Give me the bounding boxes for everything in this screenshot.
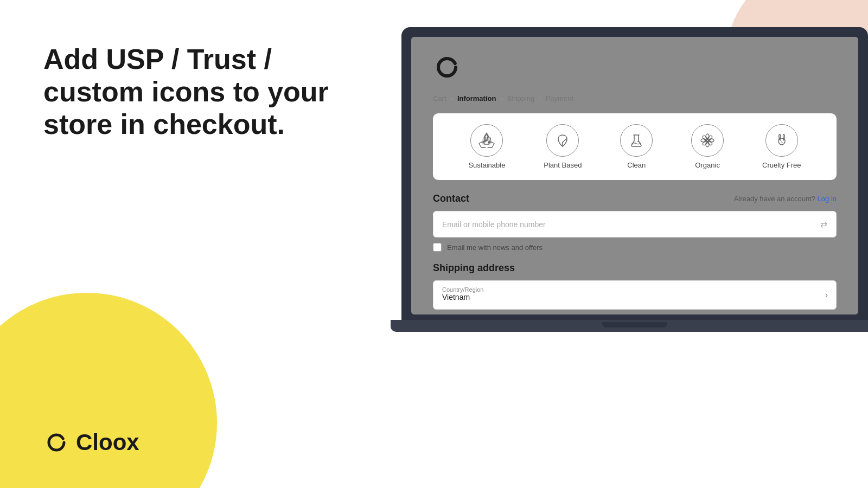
svg-point-1	[637, 141, 639, 142]
breadcrumb-sep-2: ›	[500, 94, 502, 102]
contact-header: Contact Already have an account? Log in	[433, 193, 837, 204]
svg-point-12	[781, 142, 782, 143]
shipping-title: Shipping address	[433, 262, 837, 274]
breadcrumb-cart[interactable]: Cart	[433, 94, 446, 102]
breadcrumb-information[interactable]: Information	[457, 94, 496, 102]
newsletter-label: Email me with news and offers	[447, 243, 542, 252]
brand-logo: Cloox	[43, 429, 336, 455]
flower-icon	[698, 131, 717, 150]
breadcrumb-shipping[interactable]: Shipping	[507, 94, 535, 102]
usp-sustainable-label: Sustainable	[468, 161, 505, 169]
newsletter-checkbox-row[interactable]: Email me with news and offers	[433, 243, 837, 252]
checkout-page: Cart › Information › Shipping › Payment	[411, 37, 858, 314]
flask-icon	[627, 131, 646, 150]
breadcrumb-sep-1: ›	[451, 94, 453, 102]
svg-point-2	[635, 143, 636, 144]
store-logo	[433, 53, 837, 84]
clean-icon-circle	[620, 124, 653, 157]
breadcrumb-sep-3: ›	[539, 94, 541, 102]
usp-organic-label: Organic	[695, 161, 720, 169]
email-field[interactable]: Email or mobile phone number ⇄	[433, 211, 837, 237]
svg-point-13	[780, 140, 781, 141]
laptop-base	[391, 320, 868, 332]
laptop-screen-inner: Cart › Information › Shipping › Payment	[411, 37, 858, 314]
cruelty-free-icon-circle	[765, 124, 798, 157]
cloox-c-icon	[43, 429, 69, 455]
usp-cruelty-free: Cruelty Free	[762, 124, 801, 169]
usp-plant-based: Plant Based	[544, 124, 582, 169]
bunny-icon	[773, 131, 791, 150]
laptop-screen-outer: Cart › Information › Shipping › Payment	[401, 27, 868, 320]
country-select-wrapper[interactable]: Country/Region Vietnam ›	[433, 280, 837, 310]
usp-clean-label: Clean	[627, 161, 646, 169]
brand-name: Cloox	[76, 429, 139, 455]
breadcrumb-payment[interactable]: Payment	[546, 94, 573, 102]
laptop-mockup: Cart › Information › Shipping › Payment	[401, 27, 868, 472]
recycle-icon	[477, 131, 496, 150]
usp-clean: Clean	[620, 124, 653, 169]
usp-organic: Organic	[691, 124, 724, 169]
headline: Add USP / Trust / custom icons to your s…	[43, 43, 336, 140]
country-value: Vietnam	[442, 293, 827, 301]
svg-point-11	[702, 140, 708, 146]
laptop-body: Cart › Information › Shipping › Payment	[401, 27, 868, 342]
login-link[interactable]: Log in	[818, 195, 837, 203]
svg-point-14	[782, 140, 783, 141]
contact-title: Contact	[433, 193, 469, 204]
newsletter-checkbox[interactable]	[433, 243, 442, 252]
store-logo-icon	[433, 53, 461, 81]
usp-sustainable: Sustainable	[468, 124, 505, 169]
organic-icon-circle	[691, 124, 724, 157]
field-icon: ⇄	[820, 219, 827, 229]
svg-point-9	[707, 140, 713, 146]
usp-cruelty-free-label: Cruelty Free	[762, 161, 801, 169]
svg-point-10	[707, 135, 713, 141]
usp-banner: Sustainable Plant Based	[433, 113, 837, 180]
email-placeholder: Email or mobile phone number	[442, 220, 546, 229]
leaf-icon	[553, 131, 572, 150]
plant-based-icon-circle	[546, 124, 579, 157]
login-prompt: Already have an account? Log in	[734, 195, 837, 203]
svg-point-8	[702, 135, 708, 141]
breadcrumb: Cart › Information › Shipping › Payment	[433, 94, 837, 102]
country-select[interactable]: Country/Region Vietnam	[433, 280, 837, 310]
chevron-down-icon: ›	[825, 290, 828, 300]
usp-plant-based-label: Plant Based	[544, 161, 582, 169]
left-panel: Add USP / Trust / custom icons to your s…	[0, 0, 369, 488]
sustainable-icon-circle	[470, 124, 503, 157]
country-label: Country/Region	[442, 286, 827, 293]
